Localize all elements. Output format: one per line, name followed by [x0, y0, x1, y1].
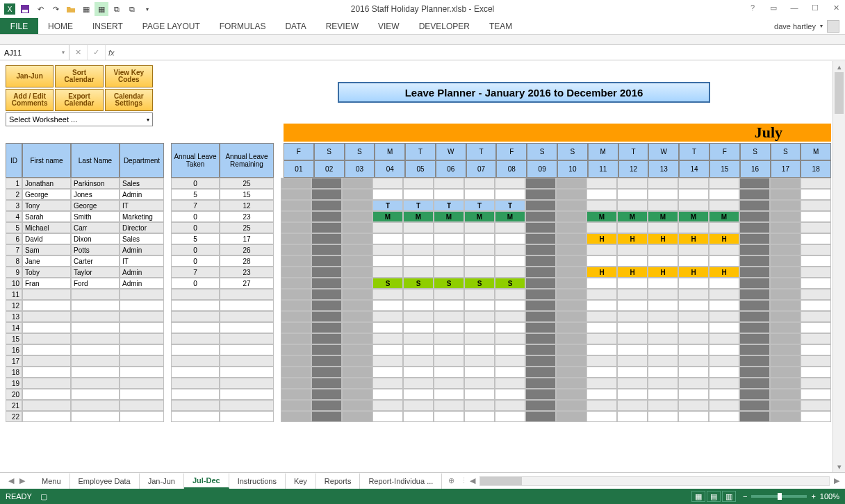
- day-cell[interactable]: [525, 411, 556, 422]
- day-cell[interactable]: [556, 333, 586, 344]
- normal-view-icon[interactable]: ▦: [691, 491, 705, 502]
- cell-first-name[interactable]: Fran: [22, 278, 71, 289]
- day-cell[interactable]: [311, 267, 342, 278]
- cell-last-name[interactable]: [71, 289, 120, 300]
- day-cell[interactable]: [464, 233, 495, 244]
- day-cell[interactable]: [739, 344, 770, 355]
- day-cell[interactable]: [617, 389, 648, 400]
- day-cell[interactable]: [586, 300, 617, 311]
- cell-leave-taken[interactable]: 5: [171, 189, 220, 200]
- day-cell[interactable]: [434, 322, 464, 333]
- cell-department[interactable]: Admin: [120, 244, 164, 255]
- day-cell[interactable]: [464, 178, 495, 189]
- cell-department[interactable]: [120, 333, 164, 344]
- day-cell[interactable]: [342, 178, 372, 189]
- ribbon-tab-view[interactable]: VIEW: [368, 18, 409, 34]
- cell-id[interactable]: 19: [6, 378, 22, 389]
- cell-leave-remaining[interactable]: [220, 367, 274, 378]
- day-cell[interactable]: [525, 222, 556, 233]
- cell-department[interactable]: [120, 411, 164, 422]
- day-cell[interactable]: [495, 355, 525, 367]
- day-cell[interactable]: [311, 400, 342, 411]
- day-cell[interactable]: [342, 311, 372, 322]
- day-cell[interactable]: [311, 255, 342, 267]
- cell-leave-taken[interactable]: [171, 400, 220, 411]
- day-cell[interactable]: [801, 178, 831, 189]
- day-cell[interactable]: M: [617, 211, 648, 222]
- day-cell[interactable]: M: [495, 211, 525, 222]
- day-cell[interactable]: [556, 278, 586, 289]
- day-cell[interactable]: [617, 222, 648, 233]
- cell-first-name[interactable]: Sam: [22, 244, 71, 255]
- cell-last-name[interactable]: Jones: [71, 189, 120, 200]
- day-cell[interactable]: [709, 367, 739, 378]
- cell-first-name[interactable]: [22, 400, 71, 411]
- day-cell[interactable]: [281, 222, 311, 233]
- day-cell[interactable]: [525, 267, 556, 278]
- day-cell[interactable]: [311, 311, 342, 322]
- day-cell[interactable]: [770, 267, 801, 278]
- day-cell[interactable]: [709, 389, 739, 400]
- day-cell[interactable]: [586, 378, 617, 389]
- cell-department[interactable]: Sales: [120, 178, 164, 189]
- cell-leave-taken[interactable]: [171, 355, 220, 367]
- hscroll-left-icon[interactable]: ◀: [470, 476, 475, 485]
- day-cell[interactable]: [434, 333, 464, 344]
- day-cell[interactable]: [648, 322, 678, 333]
- day-cell[interactable]: [403, 233, 434, 244]
- day-cell[interactable]: [586, 333, 617, 344]
- zoom-slider[interactable]: [751, 495, 807, 498]
- day-cell[interactable]: H: [648, 267, 678, 278]
- day-cell[interactable]: [556, 400, 586, 411]
- day-cell[interactable]: [678, 244, 709, 255]
- day-cell[interactable]: [403, 311, 434, 322]
- day-cell[interactable]: [770, 178, 801, 189]
- day-cell[interactable]: [586, 178, 617, 189]
- cell-id[interactable]: 8: [6, 255, 22, 267]
- minimize-icon[interactable]: —: [788, 1, 801, 14]
- day-cell[interactable]: [739, 255, 770, 267]
- day-cell[interactable]: [586, 344, 617, 355]
- maximize-icon[interactable]: ☐: [809, 1, 821, 14]
- day-cell[interactable]: [281, 200, 311, 211]
- sheet-tab-instructions[interactable]: Instructions: [229, 473, 286, 489]
- day-cell[interactable]: [709, 344, 739, 355]
- day-cell[interactable]: [311, 189, 342, 200]
- day-cell[interactable]: [770, 200, 801, 211]
- day-cell[interactable]: [342, 233, 372, 244]
- cell-id[interactable]: 3: [6, 200, 22, 211]
- cell-leave-taken[interactable]: 0: [171, 244, 220, 255]
- day-cell[interactable]: [770, 367, 801, 378]
- day-cell[interactable]: [678, 355, 709, 367]
- day-cell[interactable]: [739, 333, 770, 344]
- qat-icon-3[interactable]: ⧉: [110, 2, 124, 16]
- day-cell[interactable]: [770, 311, 801, 322]
- day-cell[interactable]: [434, 344, 464, 355]
- day-cell[interactable]: [495, 344, 525, 355]
- day-cell[interactable]: [801, 255, 831, 267]
- cell-first-name[interactable]: [22, 300, 71, 311]
- day-cell[interactable]: S: [372, 278, 403, 289]
- cell-department[interactable]: IT: [120, 255, 164, 267]
- day-cell[interactable]: [495, 311, 525, 322]
- day-cell[interactable]: [464, 311, 495, 322]
- day-cell[interactable]: [648, 389, 678, 400]
- day-cell[interactable]: [342, 322, 372, 333]
- calendar-settings-button[interactable]: Calendar Settings: [105, 89, 153, 111]
- cell-id[interactable]: 14: [6, 322, 22, 333]
- cell-first-name[interactable]: [22, 322, 71, 333]
- macro-record-icon[interactable]: ▢: [40, 492, 47, 501]
- ribbon-tab-data[interactable]: DATA: [275, 18, 315, 34]
- day-cell[interactable]: [525, 278, 556, 289]
- day-cell[interactable]: [617, 178, 648, 189]
- day-cell[interactable]: [678, 389, 709, 400]
- cell-leave-taken[interactable]: 0: [171, 178, 220, 189]
- day-cell[interactable]: [648, 344, 678, 355]
- table-row[interactable]: 9TobyTaylorAdmin723HHHHH: [6, 267, 831, 278]
- cell-id[interactable]: 7: [6, 244, 22, 255]
- day-cell[interactable]: [770, 211, 801, 222]
- cell-leave-remaining[interactable]: [220, 378, 274, 389]
- user-account[interactable]: dave hartley ▾: [774, 18, 845, 34]
- day-cell[interactable]: [342, 278, 372, 289]
- day-cell[interactable]: [586, 200, 617, 211]
